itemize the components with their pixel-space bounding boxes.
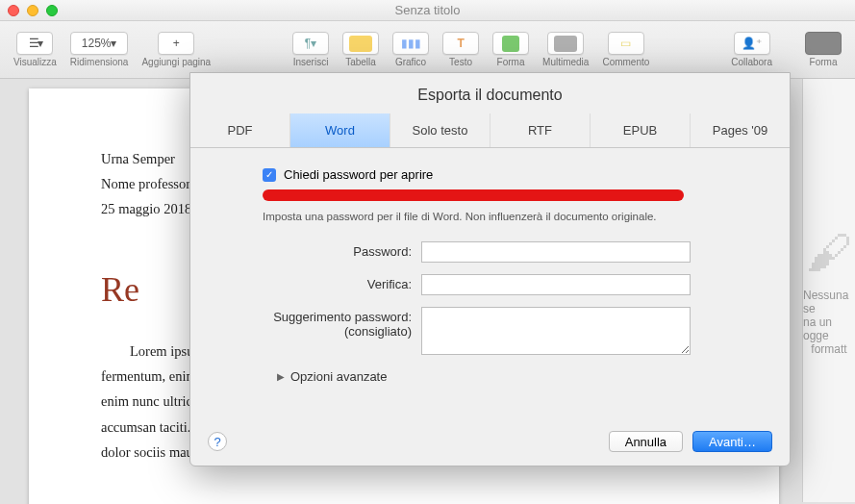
tab-word[interactable]: Word [290, 113, 390, 147]
cancel-button[interactable]: Annulla [609, 431, 683, 452]
tab-epub[interactable]: EPUB [591, 113, 691, 147]
text-button[interactable]: T [442, 32, 479, 55]
collaborate-button[interactable]: 👤⁺ [734, 32, 770, 55]
view-label: Visualizza [13, 57, 57, 67]
advanced-options-label: Opzioni avanzate [290, 369, 387, 384]
tab-pdf[interactable]: PDF [190, 113, 290, 147]
close-window-button[interactable] [8, 5, 19, 16]
media-button[interactable] [547, 32, 584, 55]
chart-button[interactable]: ▮▮▮ [392, 32, 429, 55]
media-label: Multimedia [542, 57, 589, 67]
view-button[interactable]: ☰▾ [16, 32, 53, 55]
insert-label: Inserisci [293, 57, 329, 67]
help-button[interactable]: ? [208, 432, 227, 451]
verify-label: Verifica: [219, 274, 421, 291]
zoom-label: Ridimensiona [70, 57, 129, 67]
comment-button[interactable]: ▭ [608, 32, 644, 55]
text-label: Testo [449, 57, 472, 67]
password-label: Password: [219, 241, 421, 259]
tab-rtf[interactable]: RTF [490, 113, 591, 147]
inspector-text: Nessuna se [803, 289, 855, 315]
chevron-right-icon: ▶ [277, 371, 285, 382]
password-help-text: Imposta una password per il file di Word… [263, 211, 761, 222]
tab-plain-text[interactable]: Solo testo [390, 113, 490, 147]
zoom-button[interactable]: 125% ▾ [70, 32, 128, 55]
table-button[interactable] [342, 32, 379, 55]
password-field[interactable] [421, 241, 691, 263]
toolbar: ☰▾ Visualizza 125% ▾ Ridimensiona + Aggi… [0, 21, 855, 79]
comment-label: Commento [602, 57, 649, 67]
require-password-label: Chiedi password per aprire [284, 167, 433, 182]
table-label: Tabella [345, 57, 376, 67]
verify-password-field[interactable] [421, 274, 691, 295]
export-dialog: Esporta il documento PDF Word Solo testo… [189, 72, 791, 466]
minimize-window-button[interactable] [27, 5, 38, 16]
insert-button[interactable]: ¶▾ [292, 32, 329, 55]
chart-label: Grafico [395, 57, 426, 67]
brush-icon: 🖌 [806, 226, 852, 279]
add-page-label: Aggiungi pagina [141, 57, 211, 67]
shape-button[interactable] [492, 32, 529, 55]
window-titlebar: Senza titolo [0, 0, 855, 21]
inspector-text: na un ogge [803, 315, 855, 342]
inspector-text: formatt [811, 342, 846, 356]
next-button[interactable]: Avanti… [692, 431, 772, 452]
collaborate-label: Collabora [731, 57, 772, 67]
format-button[interactable] [805, 32, 842, 55]
format-label: Forma [810, 57, 838, 67]
add-page-button[interactable]: + [158, 32, 194, 55]
window-title: Senza titolo [0, 3, 855, 17]
redaction-bar [263, 189, 684, 201]
advanced-options-disclosure[interactable]: ▶ Opzioni avanzate [277, 369, 761, 384]
zoom-window-button[interactable] [46, 5, 58, 16]
tab-pages09[interactable]: Pages '09 [691, 113, 790, 147]
hint-label: Suggerimento password: (consigliato) [219, 307, 421, 339]
require-password-checkbox[interactable]: ✓ [263, 168, 276, 182]
shape-label: Forma [497, 57, 525, 67]
inspector-panel: 🖌 Nessuna se na un ogge formatt [802, 79, 855, 502]
dialog-title: Esporta il documento [190, 73, 790, 113]
export-tabs: PDF Word Solo testo RTF EPUB Pages '09 [190, 113, 790, 148]
password-hint-field[interactable] [421, 307, 691, 355]
